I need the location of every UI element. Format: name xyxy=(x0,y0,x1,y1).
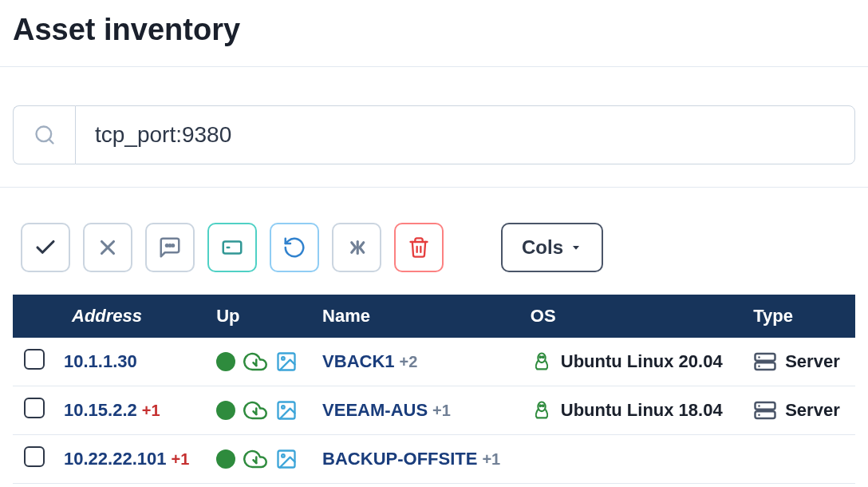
address-link[interactable]: 10.22.22.101 xyxy=(64,449,166,469)
svg-point-25 xyxy=(539,405,541,406)
column-header-name[interactable]: Name xyxy=(313,295,521,338)
column-header-address[interactable]: Address xyxy=(54,295,207,338)
svg-point-16 xyxy=(542,356,544,358)
linux-icon xyxy=(531,399,553,422)
server-icon xyxy=(753,398,777,422)
image-icon xyxy=(275,350,298,373)
page-title: Asset inventory xyxy=(13,13,855,47)
row-checkbox[interactable] xyxy=(24,349,45,370)
caret-down-icon xyxy=(570,241,582,254)
status-dot-icon xyxy=(216,449,235,469)
svg-marker-10 xyxy=(573,246,579,250)
search-icon-button[interactable] xyxy=(13,105,75,164)
merge-button[interactable] xyxy=(332,223,381,272)
os-text: Ubuntu Linux 18.04 xyxy=(561,400,723,421)
merge-icon xyxy=(345,236,369,259)
cloud-icon xyxy=(243,447,267,471)
linux-icon xyxy=(531,350,553,373)
address-extra-badge: +1 xyxy=(171,450,189,468)
row-checkbox[interactable] xyxy=(24,398,45,418)
rescan-button[interactable] xyxy=(270,223,319,272)
column-header-os[interactable]: OS xyxy=(521,295,744,338)
server-icon xyxy=(753,350,777,374)
type-cell: Server xyxy=(753,398,846,422)
svg-rect-7 xyxy=(223,242,242,254)
name-extra-badge: +2 xyxy=(400,353,418,370)
svg-point-33 xyxy=(282,454,285,457)
delete-button[interactable] xyxy=(394,223,444,272)
name-extra-badge: +1 xyxy=(482,450,500,468)
svg-point-5 xyxy=(169,244,172,247)
status-cell xyxy=(216,350,303,374)
address-link[interactable]: 10.1.1.30 xyxy=(64,351,137,371)
asset-table: Address Up Name OS Type 10.1.1.30VBACK1+… xyxy=(13,295,855,484)
os-cell: Ubuntu Linux 20.04 xyxy=(531,350,734,373)
check-icon xyxy=(34,236,57,259)
status-cell xyxy=(216,447,303,471)
refresh-icon xyxy=(282,236,306,259)
column-header-up[interactable]: Up xyxy=(207,295,313,338)
columns-label: Cols xyxy=(522,236,563,259)
svg-point-26 xyxy=(542,405,544,406)
status-dot-icon xyxy=(216,401,235,420)
trash-icon xyxy=(408,236,430,259)
toolbar: Cols xyxy=(13,223,855,272)
search-input[interactable] xyxy=(75,105,855,164)
columns-button[interactable]: Cols xyxy=(501,223,603,272)
status-cell xyxy=(216,398,303,422)
svg-point-13 xyxy=(282,357,285,360)
comment-icon xyxy=(158,236,182,259)
x-icon xyxy=(96,236,120,259)
confirm-button[interactable] xyxy=(21,223,70,272)
divider xyxy=(0,66,868,67)
search-row xyxy=(13,105,855,164)
name-link[interactable]: VEEAM-AUS xyxy=(322,400,428,420)
table-row: 10.22.22.101+1BACKUP-OFFSITE+1 xyxy=(13,435,855,484)
name-link[interactable]: BACKUP-OFFSITE xyxy=(322,449,477,469)
search-icon xyxy=(34,124,56,146)
type-text: Server xyxy=(785,400,840,421)
type-cell: Server xyxy=(753,350,846,374)
tag-button[interactable] xyxy=(207,223,257,272)
divider xyxy=(0,187,868,188)
svg-point-4 xyxy=(166,244,168,247)
image-icon xyxy=(275,399,298,422)
type-text: Server xyxy=(785,351,840,372)
cloud-icon xyxy=(243,350,267,374)
cancel-button[interactable] xyxy=(83,223,132,272)
table-row: 10.1.1.30VBACK1+2Ubuntu Linux 20.04Serve… xyxy=(13,338,855,386)
tag-icon xyxy=(220,236,244,259)
comment-button[interactable] xyxy=(145,223,195,272)
name-link[interactable]: VBACK1 xyxy=(322,351,394,371)
address-link[interactable]: 10.15.2.2 xyxy=(64,400,137,420)
column-header-type[interactable]: Type xyxy=(744,295,855,338)
svg-point-15 xyxy=(539,356,541,358)
address-extra-badge: +1 xyxy=(142,402,160,419)
status-dot-icon xyxy=(216,352,235,371)
row-checkbox[interactable] xyxy=(24,446,45,467)
os-cell: Ubuntu Linux 18.04 xyxy=(531,399,734,422)
image-icon xyxy=(275,448,298,470)
svg-line-1 xyxy=(49,139,53,143)
svg-point-23 xyxy=(282,406,285,409)
cloud-icon xyxy=(243,398,267,422)
table-row: 10.15.2.2+1VEEAM-AUS+1Ubuntu Linux 18.04… xyxy=(13,386,855,435)
os-text: Ubuntu Linux 20.04 xyxy=(561,351,723,372)
column-header-checkbox xyxy=(13,295,54,338)
name-extra-badge: +1 xyxy=(432,402,451,419)
svg-point-6 xyxy=(172,244,175,247)
